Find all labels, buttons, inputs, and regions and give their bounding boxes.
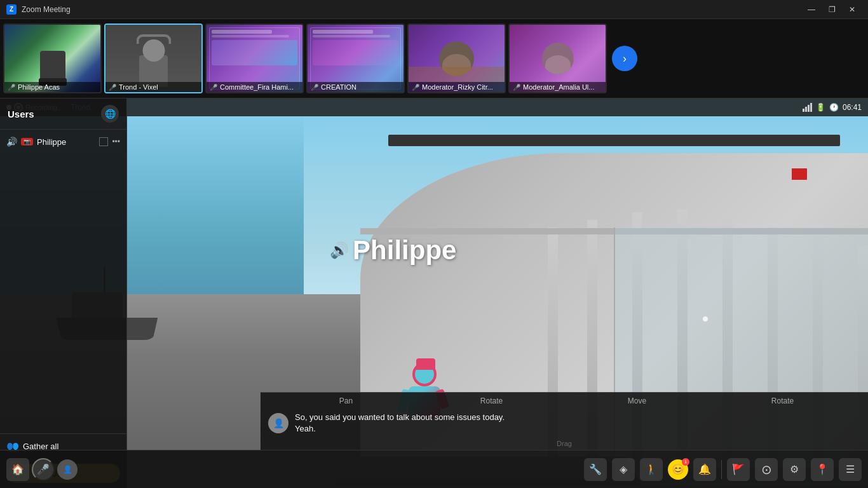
globe-icon: 🌐 [105, 109, 116, 119]
chat-bubble: 👤 So, you said you wanted to talk about … [261, 409, 868, 440]
wrench-button[interactable]: 🔧 [584, 458, 607, 481]
participant-name: 🎤 Moderator_Amalia Ul... [510, 82, 606, 92]
flag-button[interactable]: 🚩 [727, 458, 750, 481]
chat-avatar: 👤 [268, 413, 288, 433]
content-area: Recording... Trond 🔋 🕐 06:41 [0, 98, 868, 488]
interaction-panel: Pan Rotate Move Rotate 👤 So, you said yo… [261, 392, 868, 450]
speaker-audio-icon: 🔊 [330, 241, 349, 259]
window-title: Zoom Meeting [22, 5, 802, 14]
next-participant-button[interactable]: › [612, 46, 637, 71]
left-toolbar: 🏠 🎤 👤 [6, 458, 78, 481]
participant-name: 🎤 CREATION [308, 82, 403, 92]
home-button[interactable]: 🏠 [6, 458, 29, 481]
right-toolbar: 🔧 ◈ 🚶 😊 1 🔔 🚩 ⊙ ⚙ 📍 ☰ [584, 458, 862, 481]
bell-button[interactable]: 🔔 [693, 458, 716, 481]
action-labels: Pan Rotate Move Rotate [261, 393, 868, 409]
rotate-label: Rotate [419, 396, 564, 405]
user-name: Philippe [37, 137, 95, 147]
divider [721, 460, 722, 479]
status-indicators: 🔋 🕐 06:41 [803, 103, 862, 112]
user-avatar: 👤 [57, 459, 78, 480]
pin-button[interactable]: 📍 [811, 458, 834, 481]
maximize-button[interactable]: ❐ [822, 3, 841, 16]
time-display: 06:41 [843, 103, 862, 112]
users-title: Users [8, 109, 34, 119]
participant-name: 🎤 Committee_Fira Hami... [207, 82, 302, 92]
notification-badge: 1 [682, 458, 689, 466]
participant-name: 🎤 Moderator_Rizky Citr... [409, 82, 505, 92]
users-panel-header: Users 🌐 [0, 98, 126, 130]
gear-button[interactable]: ⚙ [783, 458, 806, 481]
vw-status-bar: Recording... Trond 🔋 🕐 06:41 [0, 98, 868, 116]
avatar-badge[interactable]: 😊 1 [668, 459, 688, 480]
pan-label: Pan [273, 396, 419, 405]
app-icon: Z [6, 4, 17, 15]
participant-thumb-creation[interactable]: 🎤 CREATION [306, 24, 405, 93]
drag-label: Drag [261, 440, 868, 450]
clock-icon: 🕐 [829, 103, 839, 112]
user-more-options[interactable]: ••• [112, 137, 120, 146]
close-button[interactable]: ✕ [843, 3, 862, 16]
mic-icon: 🎤 [412, 84, 419, 91]
speaker-label: 🔊 Philippe [330, 235, 456, 266]
user-mic-icon: 🔊 [6, 137, 17, 147]
move-label: Move [564, 396, 710, 405]
mic-icon: 🎤 [311, 84, 318, 91]
user-list-item[interactable]: 🔊 📷 Philippe ••• [0, 133, 126, 151]
participant-thumb[interactable]: 🎤 Committee_Fira Hami... [205, 24, 304, 93]
minimize-button[interactable]: — [802, 3, 821, 16]
cam-icon: 📷 [24, 139, 31, 145]
participant-thumb[interactable]: 🎤 Moderator_Rizky Citr... [407, 24, 506, 93]
participant-thumb[interactable]: 🎤 Moderator_Amalia Ul... [508, 24, 607, 93]
menu-button[interactable]: ☰ [839, 458, 862, 481]
speaker-name-display: Philippe [353, 235, 456, 266]
mic-icon: 🎤 [109, 84, 116, 91]
participant-strip: 🎤 Philippe Acas 🎤 Trond - Vixel [0, 19, 868, 98]
users-list: 🔊 📷 Philippe ••• [0, 130, 126, 433]
walk-button[interactable]: 🚶 [640, 458, 663, 481]
mic-muted-icon: 🎤 [8, 84, 15, 91]
chat-avatar-icon: 👤 [273, 418, 284, 428]
red-accent-decoration [792, 168, 807, 180]
globe-button[interactable]: 🌐 [101, 105, 119, 123]
user-checkbox[interactable] [99, 137, 108, 146]
user-cam-badge: 📷 [21, 138, 33, 146]
signal-icon [803, 103, 812, 112]
bottom-toolbar: 🏠 🎤 👤 Pan Rotate Move Rotate 👤 [0, 450, 868, 488]
mic-button[interactable]: 🎤 [32, 458, 55, 481]
participant-name: 🎤 Trond - Vixel [105, 82, 201, 92]
mic-icon: 🎤 [210, 84, 217, 91]
mic-icon: 🎤 [513, 84, 520, 91]
layers-button[interactable]: ◈ [612, 458, 635, 481]
window-controls[interactable]: — ❐ ✕ [802, 3, 862, 16]
participant-thumb[interactable]: 🎤 Philippe Acas [3, 24, 102, 93]
titlebar: Z Zoom Meeting — ❐ ✕ [0, 0, 868, 19]
battery-icon: 🔋 [816, 103, 825, 112]
chat-text: So, you said you wanted to talk about so… [295, 412, 505, 435]
participant-name: 🎤 Philippe Acas [4, 82, 100, 92]
main-container: 🎤 Philippe Acas 🎤 Trond - Vixel [0, 19, 868, 488]
rotate2-label: Rotate [710, 396, 855, 405]
circle-settings-button[interactable]: ⊙ [755, 458, 778, 481]
users-panel: Users 🌐 🔊 📷 Philippe ••• 👥 Ga [0, 98, 127, 488]
participant-thumb[interactable]: 🎤 Trond - Vixel [104, 24, 203, 93]
